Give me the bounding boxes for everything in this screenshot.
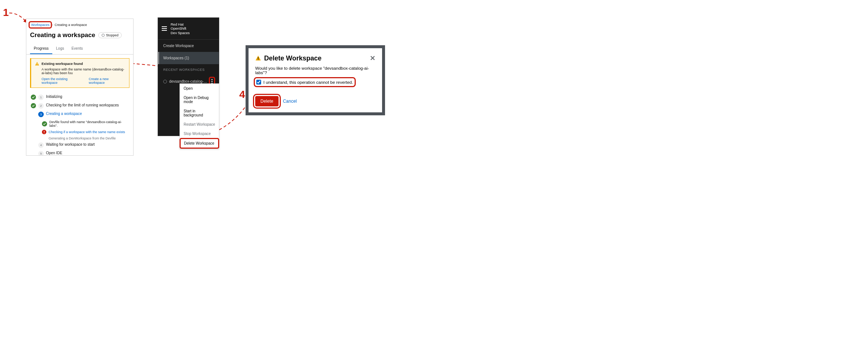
error-icon bbox=[42, 130, 46, 134]
delete-button[interactable]: Delete bbox=[255, 96, 279, 106]
progress-step-1: 1 Initializing bbox=[31, 95, 129, 100]
brand-label: Red Hat OpenShift Dev Spaces bbox=[171, 22, 190, 35]
tabs: Progress Logs Events bbox=[26, 43, 133, 55]
svg-rect-13 bbox=[258, 59, 259, 60]
dialog-title: Delete Workspace bbox=[264, 55, 322, 62]
substep-label: Devfile found with name "devsandbox-cata… bbox=[49, 120, 129, 128]
creating-workspace-panel: Workspaces › Creating a workspace Creati… bbox=[26, 19, 134, 156]
workspace-status-icon bbox=[163, 80, 167, 83]
breadcrumb: Workspaces › Creating a workspace bbox=[26, 19, 133, 31]
breadcrumb-separator: › bbox=[52, 23, 53, 27]
menu-delete[interactable]: Delete Workspace bbox=[180, 138, 219, 149]
step-badge: 1 bbox=[38, 95, 44, 100]
breadcrumb-current: Creating a workspace bbox=[55, 23, 87, 27]
warning-icon bbox=[35, 62, 39, 66]
svg-rect-10 bbox=[44, 131, 45, 132]
cancel-button[interactable]: Cancel bbox=[283, 99, 297, 104]
svg-point-6 bbox=[31, 95, 36, 100]
step-number-1: 1 bbox=[3, 7, 9, 19]
tab-logs[interactable]: Logs bbox=[52, 43, 68, 54]
workspace-context-menu: Open Open in Debug mode Start in backgro… bbox=[180, 83, 219, 149]
step-badge: 4 bbox=[38, 142, 44, 148]
check-icon bbox=[42, 121, 47, 126]
svg-rect-12 bbox=[258, 57, 259, 59]
step-badge: 3 bbox=[38, 112, 44, 117]
warning-alert: Existing workspace found A workspace wit… bbox=[30, 58, 129, 88]
substep-label: Checking if a workspace with the same na… bbox=[49, 130, 125, 134]
substep-checking-name: Checking if a workspace with the same na… bbox=[42, 130, 129, 134]
svg-point-7 bbox=[31, 103, 36, 108]
svg-point-8 bbox=[42, 121, 47, 126]
alert-description: A workspace with the same name (devsandb… bbox=[42, 67, 125, 75]
step-label: Checking for the limit of running worksp… bbox=[46, 103, 119, 107]
svg-rect-4 bbox=[37, 63, 37, 65]
step-label: Creating a workspace bbox=[46, 112, 82, 116]
breadcrumb-workspaces-link[interactable]: Workspaces bbox=[29, 21, 52, 29]
tab-progress[interactable]: Progress bbox=[30, 43, 52, 54]
workspace-name: devsandbox-catalog-ai-… bbox=[169, 79, 209, 83]
progress-step-2: 2 Checking for the limit of running work… bbox=[31, 103, 129, 109]
open-existing-link[interactable]: Open the existing workspace bbox=[42, 77, 84, 85]
delete-dialog: Delete Workspace ✕ Would you like to del… bbox=[249, 48, 382, 112]
substep-label: Generating a DevWorkspace from the Devfi… bbox=[49, 136, 116, 140]
menu-open[interactable]: Open bbox=[180, 84, 219, 93]
sidebar-item-create[interactable]: Create Workspace bbox=[158, 40, 219, 52]
status-label: Stopped bbox=[106, 33, 119, 37]
sidebar-item-workspaces[interactable]: Workspaces (1) bbox=[158, 52, 219, 64]
step-label: Open IDE bbox=[46, 151, 62, 155]
alert-title: Existing workspace found bbox=[42, 62, 83, 66]
confirm-checkbox[interactable] bbox=[256, 80, 261, 85]
warning-icon bbox=[255, 55, 261, 61]
step-label: Initializing bbox=[46, 95, 62, 99]
create-new-link[interactable]: Create a new workspace bbox=[89, 77, 125, 85]
menu-stop[interactable]: Stop Workspace bbox=[180, 129, 219, 138]
confirm-label: I understand, this operation cannot be r… bbox=[263, 80, 353, 85]
menu-open-debug[interactable]: Open in Debug mode bbox=[180, 93, 219, 106]
progress-step-5: 5 Open IDE bbox=[31, 151, 129, 156]
menu-restart[interactable]: Restart Workspace bbox=[180, 120, 219, 129]
check-icon bbox=[31, 95, 36, 100]
substep-generating: Generating a DevWorkspace from the Devfi… bbox=[42, 136, 129, 140]
close-icon[interactable]: ✕ bbox=[370, 54, 375, 62]
tab-events[interactable]: Events bbox=[68, 43, 87, 54]
substep-devfile: Devfile found with name "devsandbox-cata… bbox=[42, 120, 129, 128]
svg-rect-11 bbox=[44, 133, 45, 133]
progress-step-3: 3 Creating a workspace bbox=[31, 112, 129, 117]
check-icon bbox=[31, 103, 36, 108]
progress-step-4: 4 Waiting for workspace to start bbox=[31, 142, 129, 148]
svg-rect-5 bbox=[37, 65, 37, 65]
step-number-4: 4 bbox=[239, 89, 245, 100]
step-badge: 2 bbox=[38, 103, 44, 109]
hamburger-icon[interactable] bbox=[162, 26, 167, 31]
menu-start-background[interactable]: Start in background bbox=[180, 106, 219, 120]
status-badge: Stopped bbox=[98, 32, 122, 38]
dialog-question: Would you like to delete workspace "devs… bbox=[255, 66, 375, 75]
page-title: Creating a workspace bbox=[30, 32, 95, 39]
sidebar-section-recent: RECENT WORKSPACES bbox=[158, 64, 219, 74]
sidebar-header: Red Hat OpenShift Dev Spaces bbox=[158, 18, 219, 40]
confirm-checkbox-row[interactable]: I understand, this operation cannot be r… bbox=[254, 77, 356, 87]
step-badge: 5 bbox=[38, 151, 44, 156]
step-label: Waiting for workspace to start bbox=[46, 142, 95, 146]
stopped-icon bbox=[102, 34, 105, 37]
